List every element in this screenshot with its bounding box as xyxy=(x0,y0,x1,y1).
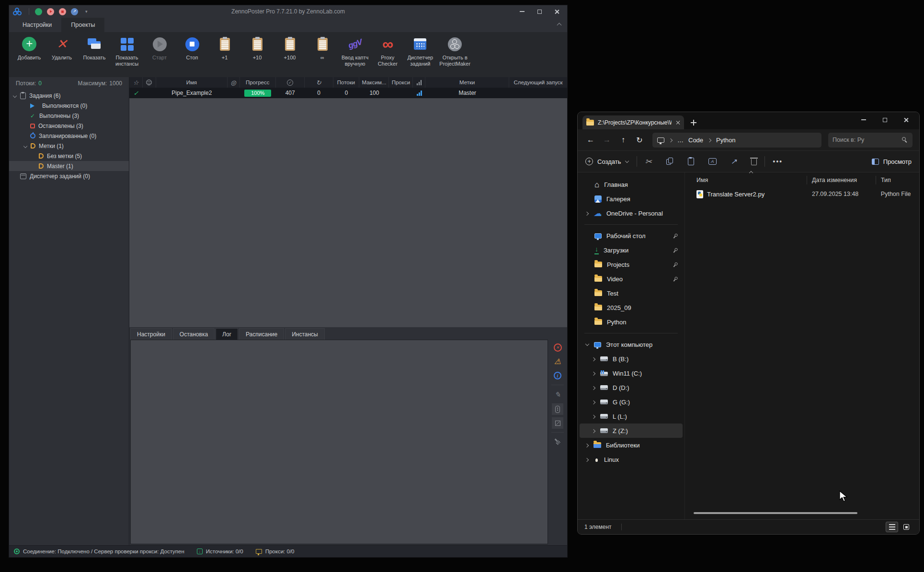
breadcrumb-item-code[interactable]: Code xyxy=(688,137,703,144)
nav-item-home[interactable]: Главная xyxy=(580,177,683,192)
column-retries[interactable] xyxy=(305,77,333,88)
nav-item-2025-09[interactable]: 2025_09 xyxy=(580,300,683,315)
thumbnails-view-button[interactable] xyxy=(900,522,913,532)
nav-item-drive-c[interactable]: Win11 (C:) xyxy=(580,366,683,380)
autoscroll-button[interactable] xyxy=(552,403,563,415)
share-icon[interactable] xyxy=(731,157,737,166)
explorer-tab[interactable]: Z:\Projects\ZP\Конкурсные\W xyxy=(582,115,684,129)
nav-item-drive-g[interactable]: G (G:) xyxy=(580,395,683,409)
start-button[interactable]: Старт xyxy=(144,36,175,61)
tree-item-stopped[interactable]: Остановлены (3) xyxy=(9,121,129,131)
close-button[interactable] xyxy=(548,5,565,18)
nav-item-test[interactable]: Test xyxy=(580,286,683,300)
refresh-button[interactable]: ↻ xyxy=(633,136,646,145)
column-date-modified[interactable]: Дата изменения xyxy=(807,176,876,184)
maximize-button[interactable] xyxy=(874,112,895,127)
nav-item-this-pc[interactable]: Этот компьютер xyxy=(580,337,683,352)
task-scheduler-button[interactable]: Диспетчер заданий xyxy=(405,36,435,67)
new-tab-button[interactable] xyxy=(691,120,696,126)
chevron-down-icon[interactable] xyxy=(13,94,17,98)
close-tab-icon[interactable] xyxy=(675,120,680,125)
tree-item-master[interactable]: Master (1) xyxy=(9,161,129,171)
add-infinite-tries-button[interactable]: ∞ xyxy=(307,36,338,61)
chevron-right-icon[interactable] xyxy=(592,357,595,361)
tree-item-completed[interactable]: Выполнены (3) xyxy=(9,111,129,121)
copy-icon[interactable] xyxy=(666,158,673,165)
tab-projects[interactable]: Проекты xyxy=(61,18,104,32)
nav-item-projects[interactable]: Projects xyxy=(580,257,683,272)
column-labels[interactable]: Метки xyxy=(425,77,509,88)
tree-item-tasks[interactable]: Задания (6) xyxy=(9,91,129,101)
search-input[interactable]: Поиск в: Py xyxy=(828,133,913,148)
maximize-button[interactable] xyxy=(531,5,548,18)
nav-item-drive-b[interactable]: B (B:) xyxy=(580,352,683,366)
clear-log-icon[interactable] xyxy=(553,436,562,446)
tab-task-settings[interactable]: Настройки xyxy=(130,328,172,340)
column-target[interactable] xyxy=(228,77,240,88)
quick-toolbar-dropdown[interactable] xyxy=(85,9,88,14)
up-button[interactable]: ↑ xyxy=(617,136,629,144)
column-threads[interactable]: Потоки xyxy=(333,77,360,88)
column-name[interactable]: Имя xyxy=(692,176,807,184)
back-button[interactable]: ← xyxy=(584,136,597,144)
details-view-button[interactable] xyxy=(886,522,898,532)
minimize-button[interactable] xyxy=(513,5,531,18)
tree-item-task-scheduler[interactable]: Диспетчер заданий (0) xyxy=(9,171,129,181)
add-100-tries-button[interactable]: +100 xyxy=(274,36,305,61)
minimize-button[interactable] xyxy=(853,112,874,127)
tree-item-no-label[interactable]: Без метки (5) xyxy=(9,151,129,161)
nav-item-drive-l[interactable]: L (L:) xyxy=(580,409,683,423)
column-schedule[interactable] xyxy=(143,77,156,88)
tree-item-running[interactable]: Выполняются (0) xyxy=(9,101,129,111)
paste-icon[interactable] xyxy=(688,158,694,165)
add-1-try-button[interactable]: +1 xyxy=(209,36,240,61)
nav-item-libraries[interactable]: Библиотеки xyxy=(580,438,683,452)
warnings-filter-icon[interactable] xyxy=(554,358,561,366)
forward-button[interactable]: → xyxy=(601,136,613,144)
tree-item-labels[interactable]: Метки (1) xyxy=(9,141,129,151)
nav-item-video[interactable]: Video xyxy=(580,272,683,286)
task-row[interactable]: Pipe_Example2 100% 407 0 0 100 Master xyxy=(129,88,567,98)
show-instances-button[interactable]: Показать инстансы xyxy=(112,36,142,67)
ribbon-collapse-button[interactable] xyxy=(557,22,561,26)
cut-icon[interactable] xyxy=(645,157,651,167)
column-stats[interactable] xyxy=(413,77,425,88)
breadcrumb-overflow[interactable]: … xyxy=(677,137,684,144)
chevron-right-icon[interactable] xyxy=(592,415,595,418)
tree-item-scheduled[interactable]: Запланированные (0) xyxy=(9,131,129,141)
chevron-right-icon[interactable] xyxy=(592,372,595,375)
chevron-right-icon[interactable] xyxy=(585,458,589,461)
view-button[interactable]: Просмотр xyxy=(872,158,912,165)
column-name[interactable]: Имя xyxy=(156,77,228,88)
quick-start-button[interactable] xyxy=(47,8,54,15)
errors-filter-icon[interactable] xyxy=(554,343,562,352)
nav-item-gallery[interactable]: Галерея xyxy=(580,192,683,206)
nav-item-onedrive[interactable]: OneDrive - Personal xyxy=(580,206,683,220)
add-10-tries-button[interactable]: +10 xyxy=(242,36,273,61)
tab-instances[interactable]: Инстансы xyxy=(285,328,325,340)
breadcrumb-item-python[interactable]: Python xyxy=(716,137,735,144)
quick-stats-button[interactable] xyxy=(71,8,78,15)
tab-stop-conditions[interactable]: Остановка xyxy=(173,328,215,340)
add-task-button[interactable]: Добавить xyxy=(14,36,45,61)
column-favorite[interactable] xyxy=(129,77,143,88)
scrollbar-thumb[interactable] xyxy=(694,512,857,514)
open-projectmaker-button[interactable]: Открыть в ProjectMaker xyxy=(437,36,472,67)
manual-captcha-button[interactable]: Ввод каптч вручную xyxy=(340,36,370,67)
delete-icon[interactable] xyxy=(751,159,757,165)
column-proxy[interactable]: Прокси xyxy=(389,77,413,88)
quick-stop-button[interactable] xyxy=(59,8,66,15)
tab-log[interactable]: Лог xyxy=(216,328,238,340)
column-success[interactable] xyxy=(276,77,305,88)
chevron-right-icon[interactable] xyxy=(592,429,595,433)
chevron-right-icon[interactable] xyxy=(585,212,589,215)
nav-item-drive-z[interactable]: Z (Z:) xyxy=(580,423,683,438)
show-button[interactable]: Показать xyxy=(79,36,110,61)
column-next-run[interactable]: Следующий запуск xyxy=(509,77,567,88)
nav-item-desktop[interactable]: Рабочий стол xyxy=(580,229,683,243)
chevron-down-icon[interactable] xyxy=(585,343,589,346)
more-options-icon[interactable] xyxy=(773,158,783,165)
chevron-right-icon[interactable] xyxy=(592,386,595,389)
info-filter-icon[interactable] xyxy=(554,372,561,379)
nav-item-drive-d[interactable]: D (D:) xyxy=(580,380,683,395)
